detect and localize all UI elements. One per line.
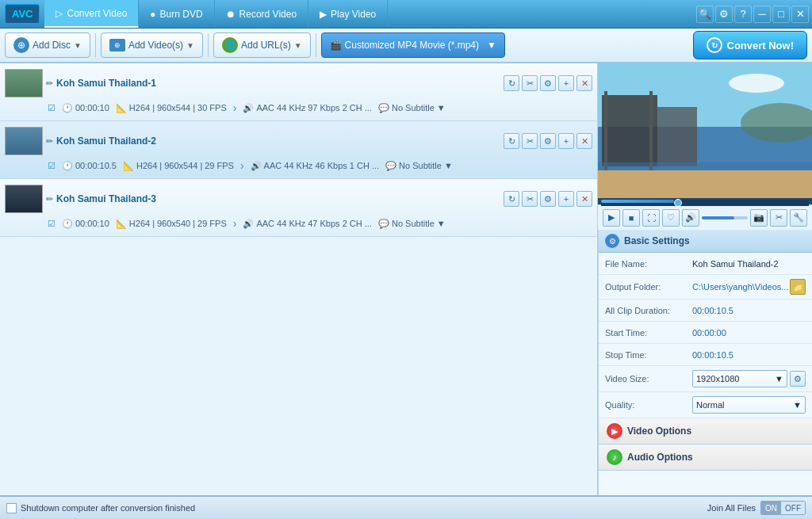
video-size-select[interactable]: 1920x1080 ▼ xyxy=(692,370,787,387)
progress-bar[interactable] xyxy=(598,198,812,204)
add-icon-3[interactable]: + xyxy=(558,191,574,207)
burn-tab-icon: ● xyxy=(150,9,155,20)
gear-icon[interactable]: ⚙ xyxy=(715,6,733,23)
arrow-icon-2: › xyxy=(240,159,244,172)
subtitle-2[interactable]: 💬 No Subtitle ▼ xyxy=(385,161,453,171)
video-options-bar[interactable]: ▶ Video Options xyxy=(599,418,812,445)
start-time-label: Start Time: xyxy=(605,328,692,338)
settings-icon-3[interactable]: ⚙ xyxy=(540,191,556,207)
video-size-row: Video Size: 1920x1080 ▼ ⚙ xyxy=(599,366,812,392)
output-folder-value: C:\Users\yangh\Videos... xyxy=(692,282,790,292)
main-content: ✏ Koh Samui Thailand-1 ↻ ✂ ⚙ + ✕ ☑ 🕐00:0… xyxy=(0,63,812,495)
fullscreen-button[interactable]: ⛶ xyxy=(642,209,660,227)
duration-3: 🕐00:00:10 xyxy=(62,219,109,229)
right-panel: ▶ ■ ⛶ ♡ 🔊 📷 ✂ 🔧 ⚙ Basic Settings File Na… xyxy=(598,63,812,495)
subtitle-3[interactable]: 💬 No Subtitle ▼ xyxy=(378,219,446,229)
add-video-button[interactable]: ⊕ Add Video(s) ▼ xyxy=(101,32,203,58)
add-video-icon: ⊕ xyxy=(109,39,125,52)
remove-button-2[interactable]: ✕ xyxy=(576,133,592,149)
refresh-icon-2[interactable]: ↻ xyxy=(504,133,519,149)
browse-folder-button[interactable]: 📁 xyxy=(790,279,806,295)
tab-convert[interactable]: ▷ Convert Video xyxy=(44,0,139,28)
tab-play[interactable]: ▶ Play Video xyxy=(308,0,388,28)
minimize-button[interactable]: ─ xyxy=(753,6,771,23)
video-item-2-header: ✏ Koh Samui Thailand-2 ↻ ✂ ⚙ + ✕ xyxy=(0,124,597,158)
preview-image xyxy=(598,63,812,198)
video-actions-3: ↻ ✂ ⚙ + ✕ xyxy=(504,191,592,207)
quality-label: Quality: xyxy=(605,400,692,410)
close-button[interactable]: ✕ xyxy=(791,6,809,23)
volume-slider[interactable] xyxy=(702,216,748,219)
video-actions-1: ↻ ✂ ⚙ + ✕ xyxy=(504,75,592,91)
video-options-icon: ▶ xyxy=(607,423,622,439)
remove-button-1[interactable]: ✕ xyxy=(576,75,592,91)
bookmark-icon[interactable]: ♡ xyxy=(662,209,680,227)
format-selector[interactable]: 🎬 Customized MP4 Movie (*.mp4) ▼ xyxy=(321,32,505,58)
add-url-button[interactable]: 🌐 Add URL(s) ▼ xyxy=(213,32,311,58)
audio-2: 🔊AAC 44 KHz 46 Kbps 1 CH ... xyxy=(251,161,380,171)
shutdown-label: Shutdown computer after conversion finis… xyxy=(21,503,195,513)
volume-icon[interactable]: 🔊 xyxy=(682,209,699,227)
tools-button[interactable]: 🔧 xyxy=(790,209,807,227)
cut-icon-1[interactable]: ✂ xyxy=(522,75,538,91)
edit-icon-2[interactable]: ✏ xyxy=(46,136,53,147)
audio-3: 🔊AAC 44 KHz 47 Kbps 2 CH ... xyxy=(243,219,372,229)
add-disc-button[interactable]: ⊕ Add Disc ▼ xyxy=(5,32,90,58)
checkbox-3[interactable]: ☑ xyxy=(48,219,56,229)
settings-icon-2[interactable]: ⚙ xyxy=(540,133,556,149)
checkbox-2[interactable]: ☑ xyxy=(48,161,56,171)
video-size-settings-icon[interactable]: ⚙ xyxy=(790,371,806,387)
quality-select[interactable]: Normal ▼ xyxy=(692,396,806,414)
refresh-icon: ↻ xyxy=(707,37,722,53)
duration-1: 🕐00:00:10 xyxy=(62,103,109,113)
stop-time-row: Stop Time: 00:00:10.5 xyxy=(599,344,812,366)
cut-icon-2[interactable]: ✂ xyxy=(522,133,538,149)
play-button[interactable]: ▶ xyxy=(603,209,620,227)
maximize-button[interactable]: □ xyxy=(772,6,790,23)
join-files-control: Join All Files ON OFF xyxy=(707,501,806,515)
video-title-1: Koh Samui Thailand-1 xyxy=(56,78,500,89)
remove-button-3[interactable]: ✕ xyxy=(576,191,592,207)
video-actions-2: ↻ ✂ ⚙ + ✕ xyxy=(504,133,592,149)
codec-1: 📐H264 | 960x544 | 30 FPS xyxy=(116,103,227,113)
toggle-off-label[interactable]: OFF xyxy=(781,502,805,514)
svg-rect-4 xyxy=(602,95,657,166)
convert-now-button[interactable]: ↻ Convert Now! xyxy=(693,31,808,59)
search-icon[interactable]: 🔍 xyxy=(696,6,714,23)
settings-icon-1[interactable]: ⚙ xyxy=(540,75,556,91)
shutdown-checkbox[interactable]: Shutdown computer after conversion finis… xyxy=(6,503,195,513)
video-thumb-1 xyxy=(5,69,43,97)
tab-burn[interactable]: ● Burn DVD xyxy=(139,0,214,28)
tab-record[interactable]: ⏺ Record Video xyxy=(215,0,309,28)
edit-icon-1[interactable]: ✏ xyxy=(46,78,53,89)
subtitle-1[interactable]: 💬 No Subtitle ▼ xyxy=(378,103,446,113)
checkbox-1[interactable]: ☑ xyxy=(48,103,56,113)
join-toggle[interactable]: ON OFF xyxy=(760,501,806,515)
player-controls: ▶ ■ ⛶ ♡ 🔊 📷 ✂ 🔧 xyxy=(598,204,812,230)
audio-1: 🔊AAC 44 KHz 97 Kbps 2 CH ... xyxy=(243,103,372,113)
refresh-icon-3[interactable]: ↻ xyxy=(504,191,519,207)
quality-row: Quality: Normal ▼ xyxy=(599,392,812,418)
audio-options-label: Audio Options xyxy=(627,452,693,463)
add-icon-1[interactable]: + xyxy=(558,75,574,91)
stop-button[interactable]: ■ xyxy=(622,209,640,227)
add-icon-2[interactable]: + xyxy=(558,133,574,149)
chevron-down-icon2: ▼ xyxy=(186,41,194,50)
cut-icon-3[interactable]: ✂ xyxy=(522,191,538,207)
chevron-down-icon3: ▼ xyxy=(294,41,302,50)
video-title-3: Koh Samui Thailand-3 xyxy=(56,193,500,204)
output-folder-label: Output Folder: xyxy=(605,282,692,292)
duration-label: All Clip Duration: xyxy=(605,306,692,315)
stop-time-label: Stop Time: xyxy=(605,350,692,360)
edit-icon-3[interactable]: ✏ xyxy=(46,194,53,204)
refresh-icon-1[interactable]: ↻ xyxy=(504,75,519,91)
video-item-1-header: ✏ Koh Samui Thailand-1 ↻ ✂ ⚙ + ✕ xyxy=(0,67,597,100)
settings-header-icon: ⚙ xyxy=(605,234,619,248)
shutdown-checkbox-box[interactable] xyxy=(6,503,17,513)
toggle-on-label[interactable]: ON xyxy=(761,502,781,514)
snapshot-button[interactable]: 📷 xyxy=(750,209,768,227)
subtitle-chevron-1: ▼ xyxy=(437,103,446,113)
question-icon[interactable]: ? xyxy=(734,6,752,23)
clip-button[interactable]: ✂ xyxy=(770,209,787,227)
audio-options-bar[interactable]: ♪ Audio Options xyxy=(599,445,812,471)
